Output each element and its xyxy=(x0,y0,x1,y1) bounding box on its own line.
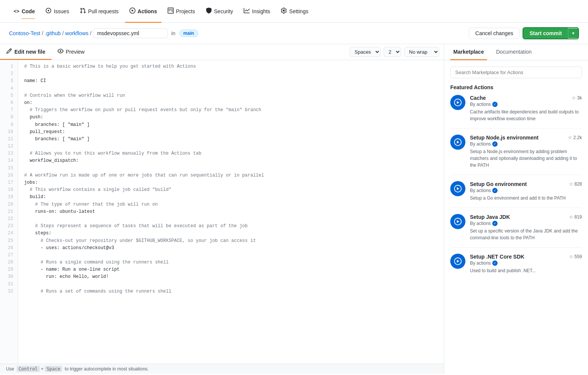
action-name: Setup Java JDK xyxy=(470,214,510,220)
tab-marketplace[interactable]: Marketplace xyxy=(450,44,487,60)
action-icon xyxy=(450,95,465,110)
cancel-changes-button[interactable]: Cancel changes xyxy=(469,28,520,39)
start-commit-dropdown[interactable]: ▾ xyxy=(568,28,578,38)
line-numbers: 1234567891011121314151617181920212223242… xyxy=(0,60,18,364)
action-icon xyxy=(450,254,465,269)
code-editor-body[interactable]: 1234567891011121314151617181920212223242… xyxy=(0,60,444,364)
action-name: Cache xyxy=(470,95,486,101)
breadcrumb-bar: Contoso-Test / .github / workflows / in … xyxy=(0,23,588,44)
verified-icon: ✓ xyxy=(492,260,498,266)
start-commit-button[interactable]: Start commit ▾ xyxy=(523,27,579,39)
nav-issues[interactable]: Issues xyxy=(41,5,73,18)
filename-input[interactable] xyxy=(93,28,168,38)
issues-icon xyxy=(45,8,51,15)
action-stars: ☆ 559 xyxy=(569,254,582,259)
editor-panel: Edit new file Preview Spaces Tabs 2 4 No xyxy=(0,44,444,374)
svg-point-1 xyxy=(48,10,49,11)
actions-icon xyxy=(129,8,135,15)
featured-title: Featured Actions xyxy=(450,84,582,90)
action-name: Setup Node.js environment xyxy=(470,135,538,141)
tab-documentation[interactable]: Documentation xyxy=(493,44,535,60)
action-stars: ☆ 3k xyxy=(572,95,582,101)
branch-badge: main xyxy=(179,29,198,37)
tab-edit-new-file[interactable]: Edit new file xyxy=(0,44,51,60)
action-name: Setup Go environment xyxy=(470,181,527,187)
action-item[interactable]: Setup Go environment ☆ 828 By actions ✓ … xyxy=(450,181,582,208)
action-by: By actions ✓ xyxy=(470,221,582,226)
action-by: By actions ✓ xyxy=(470,188,582,193)
breadcrumb: Contoso-Test / .github / workflows / in … xyxy=(9,28,198,38)
breadcrumb-repo[interactable]: Contoso-Test xyxy=(9,30,40,36)
action-item[interactable]: Cache ☆ 3k By actions ✓ Cache artifacts … xyxy=(450,95,582,129)
security-icon xyxy=(206,8,212,15)
action-by: By actions ✓ xyxy=(470,260,582,266)
breadcrumb-workflows[interactable]: workflows xyxy=(65,30,88,36)
action-desc: Setup a Go environment and add it to the… xyxy=(470,195,582,201)
main-content: Edit new file Preview Spaces Tabs 2 4 No xyxy=(0,44,588,374)
sidebar-content: Featured Actions Cache ☆ 3k By actions ✓… xyxy=(444,60,588,374)
verified-icon: ✓ xyxy=(492,102,498,107)
action-by: By actions ✓ xyxy=(470,141,582,147)
top-navigation: <> Code Issues Pull requests Actions Pro… xyxy=(0,0,588,23)
breadcrumb-github[interactable]: .github xyxy=(45,30,61,36)
header-actions: Cancel changes Start commit ▾ xyxy=(469,27,579,39)
editor-options: Spaces Tabs 2 4 No wrap Soft wrap xyxy=(350,47,444,57)
action-icon xyxy=(450,214,465,229)
code-icon: <> xyxy=(14,8,19,14)
nav-pull-requests[interactable]: Pull requests xyxy=(75,5,123,18)
verified-icon: ✓ xyxy=(492,221,498,226)
action-item[interactable]: Setup Java JDK ☆ 819 By actions ✓ Set up… xyxy=(450,214,582,248)
nav-actions[interactable]: Actions xyxy=(125,5,162,18)
pull-request-icon xyxy=(80,8,86,15)
projects-icon xyxy=(168,8,174,15)
insights-icon xyxy=(244,8,250,15)
action-icon xyxy=(450,135,465,150)
sidebar-tabs: Marketplace Documentation xyxy=(444,44,588,60)
settings-icon xyxy=(281,8,287,15)
tab-preview[interactable]: Preview xyxy=(51,44,91,60)
verified-icon: ✓ xyxy=(492,188,498,193)
action-item[interactable]: Setup Node.js environment ☆ 2.2k By acti… xyxy=(450,135,582,175)
marketplace-search-input[interactable] xyxy=(450,67,582,78)
wrap-select[interactable]: No wrap Soft wrap xyxy=(404,47,439,57)
spaces-select[interactable]: Spaces Tabs xyxy=(350,47,381,57)
edit-icon xyxy=(6,48,12,55)
nav-settings[interactable]: Settings xyxy=(276,5,313,18)
action-desc: Cache artifacts like dependencies and bu… xyxy=(470,108,582,122)
action-by: By actions ✓ xyxy=(470,102,582,107)
action-stars: ☆ 2.2k xyxy=(568,135,582,140)
nav-security[interactable]: Security xyxy=(201,5,238,18)
preview-icon xyxy=(58,48,64,55)
sidebar: Marketplace Documentation Featured Actio… xyxy=(444,44,588,374)
indent-select[interactable]: 2 4 xyxy=(384,47,401,57)
verified-icon: ✓ xyxy=(492,141,498,147)
action-name: Setup .NET Core SDK xyxy=(470,254,524,260)
nav-code[interactable]: <> Code xyxy=(9,5,39,17)
action-desc: Setup a Node.js environment by adding pr… xyxy=(470,148,582,169)
action-desc: Set up a specific version of the Java JD… xyxy=(470,228,582,241)
action-item[interactable]: Setup .NET Core SDK ☆ 559 By actions ✓ U… xyxy=(450,254,582,280)
editor-toolbar: Edit new file Preview Spaces Tabs 2 4 No xyxy=(0,44,444,60)
start-commit-main[interactable]: Start commit xyxy=(523,28,568,39)
code-content[interactable]: # This is a basic workflow to help you g… xyxy=(18,60,444,364)
nav-insights[interactable]: Insights xyxy=(239,5,275,18)
editor-footer: Use Control + Space to trigger autocompl… xyxy=(0,364,444,374)
nav-projects[interactable]: Projects xyxy=(163,5,200,18)
action-desc: Used to build and publish .NET... xyxy=(470,267,582,274)
action-icon xyxy=(450,181,465,196)
action-stars: ☆ 828 xyxy=(569,181,582,187)
action-stars: ☆ 819 xyxy=(569,214,582,220)
